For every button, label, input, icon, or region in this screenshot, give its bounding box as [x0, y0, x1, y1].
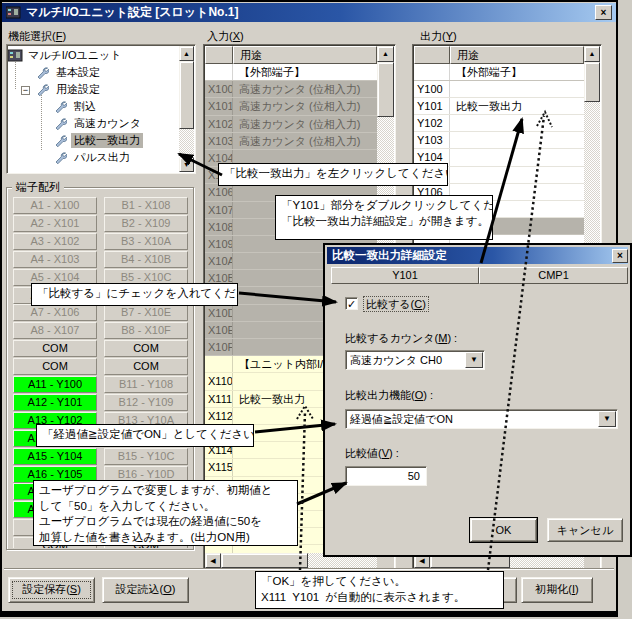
- table-row[interactable]: X103高速カウンタ (位相入力): [205, 133, 377, 150]
- row-address: X10F: [205, 339, 233, 355]
- dialog-close-icon[interactable]: ×: [612, 249, 628, 263]
- row-address: [205, 545, 233, 553]
- row-usage: [450, 115, 584, 131]
- chevron-down-icon[interactable]: ▼: [465, 352, 483, 368]
- func-select[interactable]: 経過値≧設定値でON ▼: [345, 409, 618, 429]
- compare-checkbox[interactable]: ✓: [345, 297, 358, 310]
- close-icon[interactable]: ×: [595, 5, 612, 20]
- callout-text: 「経過値≧設定値でON」としてください。: [42, 427, 248, 443]
- terminal-cell: A1 - X100: [13, 197, 97, 214]
- table-row[interactable]: Y103: [414, 132, 584, 149]
- table-row[interactable]: X100高速カウンタ (位相入力): [205, 81, 377, 98]
- input-scroll-up-icon[interactable]: ▲: [377, 46, 394, 62]
- row-address: X110: [205, 373, 233, 389]
- function-select-label: 機能選択(F): [8, 29, 66, 44]
- tree-scroll-track[interactable]: [179, 129, 194, 157]
- row-address: [205, 64, 233, 80]
- tree-scroll-down-icon[interactable]: ▼: [179, 157, 194, 172]
- callout-text: ユーザプログラムでは現在の経過値に50を: [39, 514, 292, 530]
- table-row[interactable]: Y100: [414, 81, 584, 98]
- func-label: 比較出力機能(O) :: [345, 388, 433, 403]
- table-row[interactable]: 【外部端子】: [205, 64, 377, 81]
- table-row[interactable]: 【外部端子】: [414, 64, 584, 81]
- input-label: 入力(X): [207, 29, 244, 44]
- input-hscroll-left-icon[interactable]: ◀: [205, 553, 221, 568]
- terminal-cell: B2 - X109: [104, 215, 188, 232]
- tree-item-用途設定[interactable]: 用途設定: [53, 82, 103, 97]
- row-address: X109: [205, 236, 233, 252]
- row-address: X106: [205, 184, 233, 200]
- focus-rect: [12, 581, 91, 599]
- output-scroll-thumb[interactable]: [584, 62, 600, 102]
- dialog-header-y101: Y101: [331, 267, 479, 284]
- wrench-icon: [54, 100, 69, 113]
- table-row[interactable]: Y101比較一致出力: [414, 98, 584, 115]
- output-scroll-up-icon[interactable]: ▲: [584, 46, 600, 62]
- tree-item-パルス出力[interactable]: パルス出力: [71, 150, 133, 165]
- tree-scroll-thumb[interactable]: [179, 61, 194, 129]
- input-scroll-thumb[interactable]: [377, 62, 394, 117]
- terminal-cell: B8 - X10F: [104, 322, 188, 339]
- input-usage-header: 用途: [233, 46, 377, 64]
- callout-text: 「OK」を押してください。: [261, 574, 498, 590]
- multi-io-settings-window: マルチI/Oユニット設定 [スロットNo.1] × 機能選択(F) 入力(X) …: [0, 0, 632, 619]
- tree-item-label: 高速カウンタ: [71, 116, 144, 131]
- cancel-button[interactable]: キャンセル: [547, 518, 623, 542]
- tree-item-割込[interactable]: 割込: [71, 99, 99, 114]
- table-row[interactable]: X101高速カウンタ (位相入力): [205, 98, 377, 115]
- titlebar[interactable]: マルチI/Oユニット設定 [スロットNo.1]: [2, 3, 616, 22]
- terminal-cell: B15 - Y10C: [104, 448, 188, 465]
- load-settings-button[interactable]: 設定読込(O): [102, 577, 189, 603]
- row-usage: [450, 167, 584, 183]
- row-usage: 比較一致出力: [450, 98, 584, 114]
- output-label: 出力(Y): [420, 29, 457, 44]
- terminal-cell: COM: [13, 340, 97, 357]
- wrench-icon: [36, 66, 51, 79]
- tree-item-基本設定[interactable]: 基本設定: [53, 65, 103, 80]
- initialize-button[interactable]: 初期化(I): [521, 577, 593, 603]
- tree-expander-icon[interactable]: −: [21, 86, 30, 95]
- row-address: X111: [205, 391, 233, 407]
- output-addr-header: [414, 46, 450, 64]
- counter-select[interactable]: 高速カウンタ CH0 ▼: [345, 350, 485, 370]
- input-hscroll-thumb[interactable]: [221, 553, 308, 568]
- tree-scroll-up-icon[interactable]: ▲: [179, 46, 194, 61]
- terminal-cell: B12 - Y109: [104, 394, 188, 411]
- tree-item-label: 比較一致出力: [71, 133, 143, 148]
- terminal-cell: B11 - Y108: [104, 376, 188, 393]
- app-icon: [6, 6, 21, 25]
- terminal-cell: B3 - X10A: [104, 233, 188, 250]
- row-address: X102: [205, 116, 233, 132]
- counter-select-value: 高速カウンタ CH0: [350, 352, 442, 368]
- ok-button[interactable]: OK: [470, 518, 537, 542]
- row-address: X108: [205, 219, 233, 235]
- row-usage: 高速カウンタ (位相入力): [233, 116, 377, 132]
- row-address: Y100: [414, 81, 450, 97]
- tree-item-label: 用途設定: [53, 82, 103, 97]
- row-usage: 【外部端子】: [233, 64, 377, 80]
- terminal-cell: A2 - X101: [13, 215, 97, 232]
- terminal-cell: A12 - Y101: [13, 394, 97, 411]
- terminal-cell: B1 - X108: [104, 197, 188, 214]
- callout-select-on-condition: 「経過値≧設定値でON」としてください。: [36, 424, 254, 447]
- callout-text: X111 Y101 が自動的に表示されます。: [261, 590, 498, 606]
- dialog-titlebar[interactable]: 比較一致出力詳細設定: [327, 247, 628, 264]
- tree-item-マルチI/Oユニット[interactable]: マルチI/Oユニット: [25, 48, 124, 63]
- terminal-cell: B7 - X10E: [104, 304, 188, 321]
- row-usage: [450, 81, 584, 97]
- table-row[interactable]: X102高速カウンタ (位相入力): [205, 116, 377, 133]
- save-settings-button[interactable]: 設定保存(S): [8, 577, 95, 603]
- row-address: Y103: [414, 132, 450, 148]
- compare-value-input[interactable]: 50: [345, 466, 427, 486]
- compare-output-detail-dialog: 比較一致出力詳細設定 × Y101 CMP1 ✓ 比較する(C) 比較するカウン…: [323, 243, 632, 557]
- chevron-down-icon[interactable]: ▼: [598, 411, 616, 427]
- wrench-icon: [54, 151, 69, 164]
- row-address: X115: [205, 459, 233, 475]
- tree-item-比較一致出力[interactable]: 比較一致出力: [71, 133, 143, 148]
- row-usage: [450, 149, 584, 165]
- compare-checkbox-label[interactable]: 比較する(C): [363, 296, 429, 312]
- row-usage: 【外部端子】: [450, 64, 584, 80]
- callout-click-compare: 「比較一致出力」を左クリックしてください。: [218, 163, 448, 186]
- table-row[interactable]: Y102: [414, 115, 584, 132]
- tree-item-高速カウンタ[interactable]: 高速カウンタ: [71, 116, 144, 131]
